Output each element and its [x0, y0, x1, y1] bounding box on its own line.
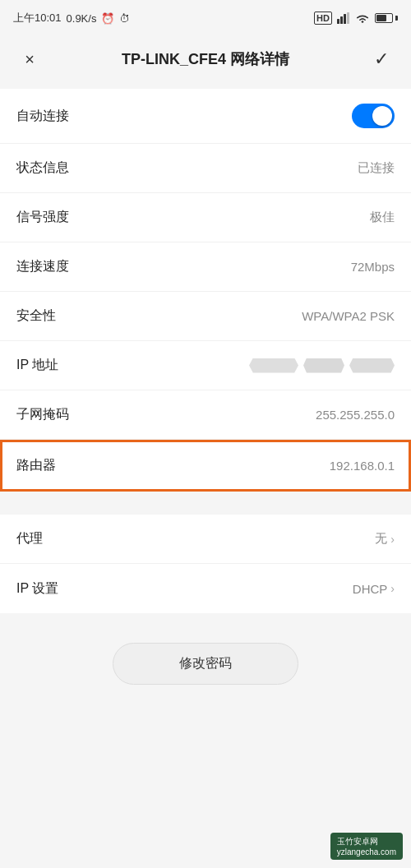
speed-label: 连接速度 — [16, 258, 69, 275]
modify-password-button[interactable]: 修改密码 — [113, 643, 298, 685]
signal-row: 信号强度 极佳 — [0, 193, 411, 242]
svg-rect-3 — [347, 12, 349, 24]
ip-address-blur — [249, 358, 395, 373]
ip-blur-2 — [303, 358, 344, 373]
toggle-knob — [372, 106, 392, 126]
speed-value: 72Mbps — [351, 260, 395, 274]
subnet-row: 子网掩码 255.255.255.0 — [0, 390, 411, 440]
svg-rect-2 — [344, 14, 346, 24]
status-row: 状态信息 已连接 — [0, 144, 411, 193]
ip-settings-value: DHCP — [353, 582, 388, 596]
proxy-label: 代理 — [16, 530, 43, 547]
auto-connect-row: 自动连接 — [0, 89, 411, 144]
security-row: 安全性 WPA/WPA2 PSK — [0, 292, 411, 341]
ip-settings-arrow-icon: › — [390, 582, 395, 595]
speed-label: 0.9K/s — [67, 12, 97, 25]
watermark: 玉竹安卓网 yzlangecha.com — [330, 833, 403, 860]
settings-section: 自动连接 状态信息 已连接 信号强度 极佳 连接速度 72Mbps 安全性 WP… — [0, 89, 411, 492]
spacer — [0, 501, 411, 515]
battery-icon — [375, 13, 398, 23]
ip-settings-label: IP 设置 — [16, 580, 58, 598]
status-left: 上午10:01 0.9K/s ⏰ ⏱ — [13, 11, 130, 25]
status-right: HD — [314, 12, 398, 25]
network-section: 代理 无 › IP 设置 DHCP › — [0, 515, 411, 613]
ip-address-label: IP 地址 — [16, 357, 58, 374]
button-section: 修改密码 — [0, 623, 411, 704]
signal-label: 信号强度 — [16, 209, 69, 226]
auto-connect-label: 自动连接 — [16, 108, 69, 125]
ip-settings-row[interactable]: IP 设置 DHCP › — [0, 564, 411, 613]
signal-value: 极佳 — [370, 210, 395, 225]
subnet-label: 子网掩码 — [16, 406, 69, 423]
router-row: 路由器 192.168.0.1 — [0, 440, 411, 492]
clock-icon: ⏱ — [119, 12, 130, 25]
ip-blur-3 — [349, 358, 395, 373]
svg-rect-1 — [340, 16, 343, 24]
svg-rect-0 — [337, 19, 339, 24]
status-value: 已连接 — [358, 160, 395, 176]
signal-icon — [337, 12, 350, 24]
ip-blur-1 — [249, 358, 298, 373]
status-label: 状态信息 — [16, 159, 69, 177]
proxy-row[interactable]: 代理 无 › — [0, 515, 411, 564]
ip-settings-value-container: DHCP › — [353, 582, 395, 596]
watermark-line1: 玉竹安卓网 — [337, 836, 396, 847]
proxy-value-container: 无 › — [375, 531, 395, 547]
content: 自动连接 状态信息 已连接 信号强度 极佳 连接速度 72Mbps 安全性 WP… — [0, 82, 411, 711]
watermark-line2: yzlangecha.com — [337, 847, 396, 856]
security-label: 安全性 — [16, 307, 56, 325]
status-bar: 上午10:01 0.9K/s ⏰ ⏱ HD — [0, 0, 411, 36]
close-button[interactable]: × — [16, 50, 43, 69]
speed-row: 连接速度 72Mbps — [0, 242, 411, 292]
proxy-value: 无 — [375, 531, 387, 547]
time-label: 上午10:01 — [13, 11, 62, 25]
router-label: 路由器 — [16, 457, 56, 474]
ip-address-row: IP 地址 — [0, 341, 411, 390]
header: × TP-LINK_CFE4 网络详情 ✓ — [0, 36, 411, 82]
auto-connect-toggle[interactable] — [352, 104, 395, 128]
wifi-icon — [355, 12, 370, 24]
alarm-icon: ⏰ — [101, 12, 114, 25]
page-title: TP-LINK_CFE4 网络详情 — [43, 49, 368, 69]
proxy-arrow-icon: › — [390, 533, 395, 546]
hd-icon: HD — [314, 12, 332, 25]
router-value: 192.168.0.1 — [330, 459, 395, 473]
subnet-value: 255.255.255.0 — [316, 408, 395, 422]
confirm-button[interactable]: ✓ — [368, 48, 395, 70]
security-value: WPA/WPA2 PSK — [302, 309, 395, 323]
